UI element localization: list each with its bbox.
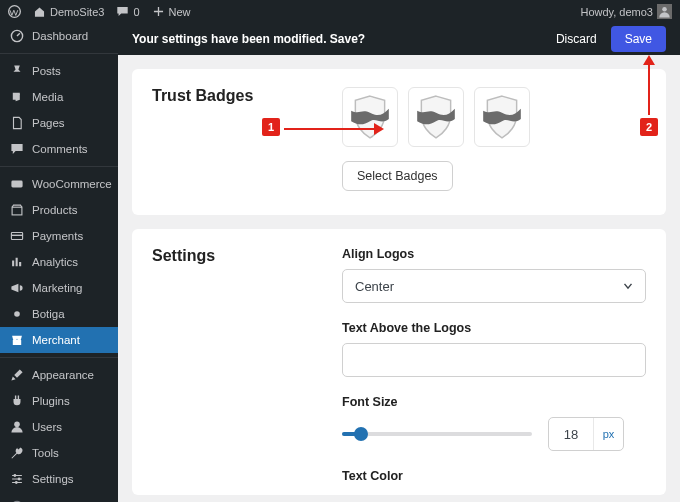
media-icon (10, 90, 24, 104)
sidebar-item-label: Marketing (32, 282, 83, 294)
woo-icon (10, 177, 24, 191)
sidebar-item-label: Users (32, 421, 62, 433)
badge-icon (481, 94, 523, 140)
comments-link[interactable]: 0 (116, 5, 139, 18)
plus-icon (152, 5, 165, 18)
sidebar-item-dashboard[interactable]: Dashboard (0, 23, 118, 49)
trust-badges-panel: Trust Badges Select Badges (132, 69, 666, 215)
pin-icon (10, 64, 24, 78)
sidebar-item-label: Dashboard (32, 30, 88, 42)
comment-icon (116, 5, 129, 18)
text-above-input[interactable] (342, 343, 646, 377)
sidebar-item-merchant[interactable]: Merchant (0, 327, 118, 353)
settings-panel: Settings Align Logos Center Text Above t… (132, 229, 666, 495)
sidebar-separator (0, 53, 118, 54)
sidebar-item-marketing[interactable]: Marketing (0, 275, 118, 301)
admin-sidebar: DashboardPostsMediaPagesCommentsWooComme… (0, 23, 118, 502)
comment-count: 0 (133, 6, 139, 18)
badge-icon (415, 94, 457, 140)
sidebar-item-label: Plugins (32, 395, 70, 407)
sliders-icon (10, 472, 24, 486)
align-logos-value: Center (355, 279, 394, 294)
discard-button[interactable]: Discard (556, 32, 597, 46)
collapse-menu[interactable]: Collapse menu (0, 492, 118, 502)
sidebar-item-payments[interactable]: Payments (0, 223, 118, 249)
card-icon (10, 229, 24, 243)
sidebar-item-label: Analytics (32, 256, 78, 268)
page-icon (10, 116, 24, 130)
sidebar-item-woocommerce[interactable]: WooCommerce (0, 171, 118, 197)
sidebar-item-label: Settings (32, 473, 74, 485)
admin-bar: DemoSite3 0 New Howdy, demo3 (0, 0, 680, 23)
badge-icon (349, 94, 391, 140)
text-color-label: Text Color (342, 469, 646, 483)
chevron-down-icon (621, 279, 635, 293)
annotation-marker-1: 1 (262, 118, 280, 136)
sidebar-item-analytics[interactable]: Analytics (0, 249, 118, 275)
megaphone-icon (10, 281, 24, 295)
sidebar-item-label: Comments (32, 143, 88, 155)
brush-icon (10, 368, 24, 382)
badges-preview-row (342, 87, 646, 147)
align-logos-select[interactable]: Center (342, 269, 646, 303)
trust-badges-title: Trust Badges (152, 87, 342, 191)
wordpress-icon (8, 5, 21, 18)
save-button[interactable]: Save (611, 26, 666, 52)
wp-logo[interactable] (8, 5, 21, 18)
sidebar-item-label: Merchant (32, 334, 80, 346)
sidebar-item-tools[interactable]: Tools (0, 440, 118, 466)
sidebar-item-media[interactable]: Media (0, 84, 118, 110)
new-label: New (169, 6, 191, 18)
sidebar-item-label: Media (32, 91, 63, 103)
comment-icon (10, 142, 24, 156)
sidebar-item-users[interactable]: Users (0, 414, 118, 440)
sidebar-item-label: Tools (32, 447, 59, 459)
user-icon (10, 420, 24, 434)
select-badges-button[interactable]: Select Badges (342, 161, 453, 191)
sidebar-item-botiga[interactable]: Botiga (0, 301, 118, 327)
sidebar-separator (0, 166, 118, 167)
settings-title: Settings (152, 247, 342, 491)
avatar-icon (657, 4, 672, 19)
dot-icon (10, 307, 24, 321)
product-icon (10, 203, 24, 217)
align-logos-label: Align Logos (342, 247, 646, 261)
wrench-icon (10, 446, 24, 460)
dashboard-icon (10, 29, 24, 43)
badge-preview-2[interactable] (408, 87, 464, 147)
howdy-account[interactable]: Howdy, demo3 (580, 4, 672, 19)
unsaved-changes-bar: Your settings have been modified. Save? … (118, 23, 680, 55)
unsaved-message: Your settings have been modified. Save? (132, 32, 365, 46)
badge-preview-1[interactable] (342, 87, 398, 147)
sidebar-item-comments[interactable]: Comments (0, 136, 118, 162)
text-above-label: Text Above the Logos (342, 321, 646, 335)
merchant-icon (10, 333, 24, 347)
sidebar-item-pages[interactable]: Pages (0, 110, 118, 136)
sidebar-item-posts[interactable]: Posts (0, 58, 118, 84)
font-size-input[interactable]: 18 px (548, 417, 624, 451)
sidebar-item-label: Posts (32, 65, 61, 77)
sidebar-item-settings[interactable]: Settings (0, 466, 118, 492)
font-size-value: 18 (549, 418, 593, 450)
sidebar-item-label: Botiga (32, 308, 65, 320)
new-content-link[interactable]: New (152, 5, 191, 18)
main-content: Your settings have been modified. Save? … (118, 23, 680, 502)
annotation-marker-2: 2 (640, 118, 658, 136)
sidebar-item-appearance[interactable]: Appearance (0, 362, 118, 388)
sidebar-item-label: Pages (32, 117, 65, 129)
site-name-link[interactable]: DemoSite3 (33, 5, 104, 18)
font-size-slider[interactable] (342, 432, 532, 436)
site-name: DemoSite3 (50, 6, 104, 18)
font-size-label: Font Size (342, 395, 646, 409)
sidebar-item-plugins[interactable]: Plugins (0, 388, 118, 414)
home-icon (33, 5, 46, 18)
sidebar-item-products[interactable]: Products (0, 197, 118, 223)
sidebar-item-label: Payments (32, 230, 83, 242)
sidebar-item-label: Products (32, 204, 77, 216)
plug-icon (10, 394, 24, 408)
badge-preview-3[interactable] (474, 87, 530, 147)
howdy-text: Howdy, demo3 (580, 6, 653, 18)
sidebar-separator (0, 357, 118, 358)
font-size-unit: px (593, 418, 623, 450)
sidebar-item-label: WooCommerce (32, 178, 112, 190)
